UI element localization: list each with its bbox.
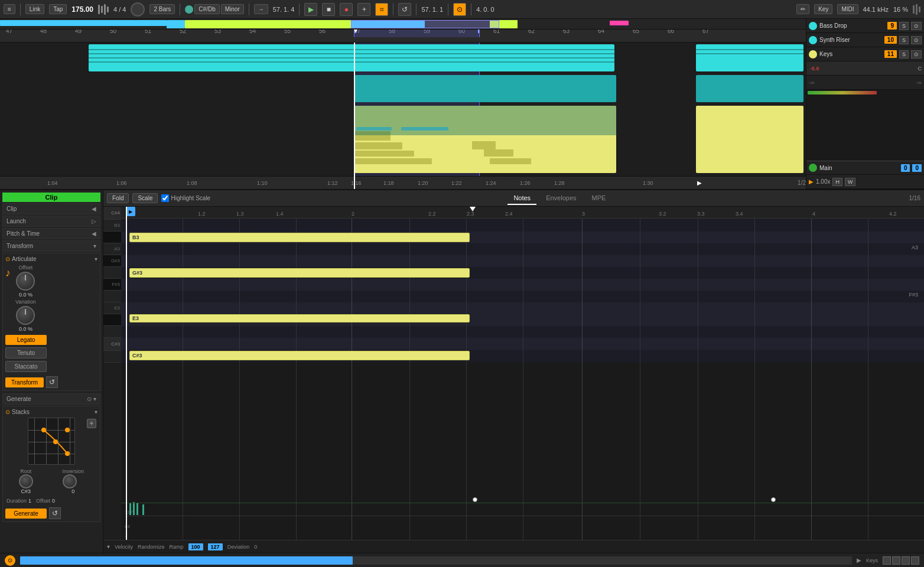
overview-bar[interactable] (0, 19, 924, 30)
playhead-marker: ▶ (126, 207, 135, 216)
clip-button[interactable]: ⌗ (375, 3, 388, 16)
variation-knob[interactable] (16, 306, 35, 325)
generate-section-header[interactable]: Generate ⊙ ▾ (2, 393, 100, 405)
mark-3: 3 (582, 211, 585, 217)
add-chord-button[interactable]: + (87, 419, 96, 428)
view-btn-2[interactable] (892, 556, 900, 565)
clip-3[interactable] (354, 106, 616, 173)
play-button[interactable]: ▶ (304, 3, 317, 16)
transport-play-row: ▶ (857, 557, 861, 563)
launch-section[interactable]: Launch ▷ (2, 216, 100, 227)
generate-button[interactable]: Generate (5, 509, 47, 519)
loop-start-marker (470, 207, 476, 211)
max-value[interactable]: 127 (208, 543, 223, 550)
inversion-knob[interactable] (63, 474, 77, 488)
follow-btn[interactable]: ⊙ (453, 3, 466, 16)
tracks-area: 1:04 1:06 1:08 1:10 1:12 1:16 1:18 1:20 … (0, 43, 924, 189)
legato-button[interactable]: Legato (5, 335, 47, 345)
bars-selector[interactable]: 2 Bars (149, 4, 175, 14)
vel-bar-2 (133, 502, 135, 515)
ruler-67: 67 (702, 30, 709, 34)
track-content[interactable]: 1:04 1:06 1:08 1:10 1:12 1:16 1:18 1:20 … (0, 43, 924, 189)
note-cs3[interactable]: C#3 (129, 351, 470, 360)
sep8 (471, 4, 471, 15)
clip-3b[interactable] (696, 106, 803, 173)
note-grid[interactable]: 1 1.2 1.3 1.4 2 2.2 2.3 2.4 3 3.2 3.3 3.… (121, 207, 924, 540)
clip-2[interactable] (354, 75, 616, 102)
vel-handle-2[interactable] (771, 497, 776, 502)
record-button[interactable]: ● (340, 3, 353, 16)
key-e3: E3 (103, 302, 121, 314)
key-g3 (103, 267, 121, 279)
key-c4: C#4 (103, 207, 121, 220)
clip-1[interactable] (89, 44, 614, 71)
synth-riser-mute[interactable]: ⊙ (911, 43, 922, 44)
track-color-synth (809, 43, 817, 44)
generate-refresh[interactable]: ↺ (49, 507, 61, 519)
ruler-55: 55 (284, 30, 291, 34)
view-btn-3[interactable] (902, 556, 910, 565)
notes-tab[interactable]: Notes (507, 192, 536, 205)
offset-knob[interactable] (16, 272, 35, 291)
play-icon[interactable]: ▶ (857, 557, 861, 563)
track-lane-2 (0, 73, 924, 104)
chord-diagram[interactable] (28, 418, 75, 465)
staccato-button[interactable]: Staccato (5, 361, 47, 372)
mpe-tab[interactable]: MPE (586, 192, 612, 205)
pitch-time-section[interactable]: Pitch & Time ◀ (2, 228, 100, 239)
keys-s[interactable]: S (899, 50, 909, 58)
note-b3[interactable]: B3 (129, 233, 470, 242)
offset2-label: Offset (36, 498, 50, 504)
tenuto-button[interactable]: Tenuto (5, 347, 47, 359)
key-mode[interactable]: Minor (221, 4, 244, 14)
key-btn[interactable]: Key (814, 4, 832, 14)
pitch-time-label: Pitch & Time (6, 230, 40, 237)
link-button[interactable]: Link (25, 4, 44, 14)
transform-button[interactable]: Transform (5, 377, 44, 387)
keys-mute[interactable]: ⊙ (911, 50, 922, 58)
vline-34 (754, 219, 755, 540)
clip-header[interactable]: Clip (2, 193, 100, 202)
root-knob[interactable] (19, 474, 33, 488)
w-btn[interactable]: W (845, 178, 856, 186)
highlight-scale-check[interactable]: Highlight Scale (161, 194, 210, 202)
pencil-btn[interactable]: ✏ (796, 4, 809, 14)
vel-handle-1[interactable] (473, 497, 477, 502)
note-gs3[interactable]: G#3 (129, 268, 470, 278)
key-root[interactable]: C#/Db (194, 4, 219, 14)
articulate-arrow: ▾ (95, 256, 97, 262)
scale-button[interactable]: Scale (132, 193, 158, 203)
cpu-display: 16 % (893, 6, 908, 13)
tap-button[interactable]: Tap (49, 4, 67, 14)
transform-refresh[interactable]: ↺ (46, 376, 58, 388)
track-color-keys (809, 50, 817, 58)
mark-13: 1.3 (236, 211, 244, 217)
tempo-display[interactable]: 175.00 (71, 5, 93, 14)
clip-2b[interactable] (696, 75, 803, 102)
h-btn[interactable]: H (832, 178, 842, 186)
keys-pan: C (918, 66, 922, 71)
loop-button[interactable]: ↺ (398, 3, 411, 16)
transform-section[interactable]: Transform ▾ (2, 240, 100, 252)
note-e3[interactable]: E3 (129, 314, 470, 322)
stop-button[interactable]: ■ (322, 3, 335, 16)
vel-bar-4 (142, 504, 144, 515)
add-button[interactable]: + (357, 3, 370, 16)
view-btn-1[interactable] (883, 556, 891, 565)
synth-riser-s[interactable]: S (899, 43, 909, 44)
clip-1b[interactable] (696, 44, 803, 71)
duration-value: 1 (28, 498, 31, 504)
clip-section[interactable]: Clip ◀ (2, 203, 100, 214)
midi-btn[interactable]: MIDI (837, 4, 858, 14)
left-panel: Clip Clip ◀ Launch ▷ Pitch & Time ◀ Tran… (0, 190, 103, 553)
time-sig[interactable]: 4 / 4 (113, 6, 126, 13)
view-btn-4[interactable] (911, 556, 919, 565)
menu-button[interactable]: ≡ (4, 4, 15, 14)
keys-db-val: -6.6 (809, 66, 821, 71)
fold-button[interactable]: Fold (107, 193, 129, 203)
ramp-value[interactable]: 100 (188, 543, 203, 550)
highlight-checkbox[interactable] (161, 194, 169, 202)
envelopes-tab[interactable]: Envelopes (540, 192, 582, 205)
ruler-47: 47 (6, 30, 12, 34)
arrow-btn[interactable]: → (254, 4, 268, 14)
